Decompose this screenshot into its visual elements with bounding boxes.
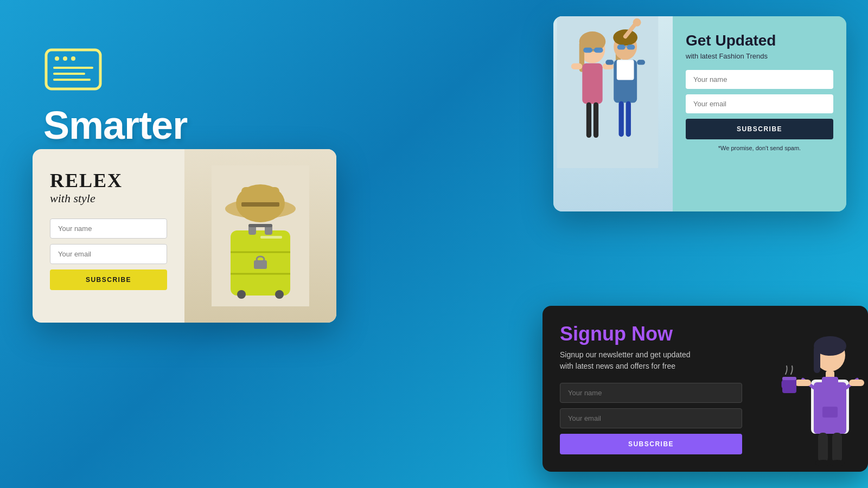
signup-name-input[interactable] bbox=[560, 383, 742, 403]
svg-rect-37 bbox=[241, 202, 279, 207]
svg-rect-12 bbox=[583, 48, 592, 53]
relex-image-section bbox=[184, 149, 336, 323]
signup-character-section bbox=[760, 306, 868, 472]
svg-point-1 bbox=[55, 56, 59, 61]
svg-rect-27 bbox=[605, 60, 614, 65]
signup-form-section: Signup Now Signup our newsletter and get… bbox=[542, 306, 760, 472]
fashion-email-input[interactable] bbox=[686, 94, 833, 113]
fashion-subscribe-button[interactable]: SUBSCRIBE bbox=[686, 119, 833, 139]
relex-email-input[interactable] bbox=[50, 244, 167, 264]
svg-rect-16 bbox=[571, 63, 583, 69]
svg-point-49 bbox=[237, 290, 246, 299]
svg-point-70 bbox=[815, 460, 831, 466]
signup-subscribe-button[interactable]: SUBSCRIBE bbox=[560, 434, 742, 454]
svg-rect-62 bbox=[822, 407, 838, 418]
svg-rect-29 bbox=[586, 102, 591, 138]
popup-relex: RELEX with style SUBSCRIBE bbox=[33, 149, 336, 323]
svg-point-50 bbox=[275, 290, 284, 299]
fashion-image-section bbox=[553, 16, 673, 211]
svg-point-2 bbox=[63, 56, 67, 61]
svg-rect-63 bbox=[795, 380, 811, 386]
svg-point-71 bbox=[829, 460, 845, 466]
signup-title: Signup Now bbox=[560, 323, 742, 345]
svg-rect-69 bbox=[832, 433, 842, 463]
fashion-popup-title: Get Updated bbox=[686, 31, 833, 50]
signup-subtitle: Signup our newsletter and get updated wi… bbox=[560, 349, 742, 372]
relex-tagline: with style bbox=[50, 191, 167, 206]
fashion-name-input[interactable] bbox=[686, 70, 833, 89]
svg-rect-31 bbox=[619, 101, 624, 137]
svg-rect-30 bbox=[593, 102, 598, 138]
svg-rect-28 bbox=[637, 60, 645, 65]
svg-rect-15 bbox=[582, 63, 602, 104]
svg-rect-67 bbox=[782, 377, 796, 380]
svg-rect-46 bbox=[248, 224, 272, 227]
app-logo-icon bbox=[43, 43, 103, 92]
svg-point-3 bbox=[71, 56, 75, 61]
svg-rect-51 bbox=[260, 236, 282, 239]
svg-rect-21 bbox=[627, 44, 635, 49]
relex-name-input[interactable] bbox=[50, 219, 167, 239]
fashion-popup-subtitle: with latest Fashion Trends bbox=[686, 52, 833, 60]
svg-rect-13 bbox=[594, 48, 603, 53]
svg-rect-32 bbox=[626, 101, 631, 137]
svg-rect-55 bbox=[814, 346, 820, 373]
svg-rect-7 bbox=[557, 16, 659, 168]
svg-point-24 bbox=[633, 18, 641, 27]
svg-rect-20 bbox=[617, 44, 626, 49]
fashion-form-section: Get Updated with latest Fashion Trends S… bbox=[673, 16, 846, 211]
relex-subscribe-button[interactable]: SUBSCRIBE bbox=[50, 269, 167, 290]
relex-form-section: RELEX with style SUBSCRIBE bbox=[33, 149, 184, 323]
popup-signup: Signup Now Signup our newsletter and get… bbox=[542, 306, 868, 472]
svg-rect-59 bbox=[822, 377, 838, 385]
svg-rect-68 bbox=[818, 433, 828, 463]
signup-email-input[interactable] bbox=[560, 408, 742, 428]
relex-brand-name: RELEX bbox=[50, 171, 167, 190]
svg-rect-26 bbox=[617, 60, 634, 80]
fashion-spam-note: *We promise, don't send spam. bbox=[686, 145, 833, 151]
svg-rect-0 bbox=[46, 50, 100, 89]
popup-fashion: Get Updated with latest Fashion Trends S… bbox=[553, 16, 846, 211]
svg-rect-64 bbox=[849, 380, 864, 386]
